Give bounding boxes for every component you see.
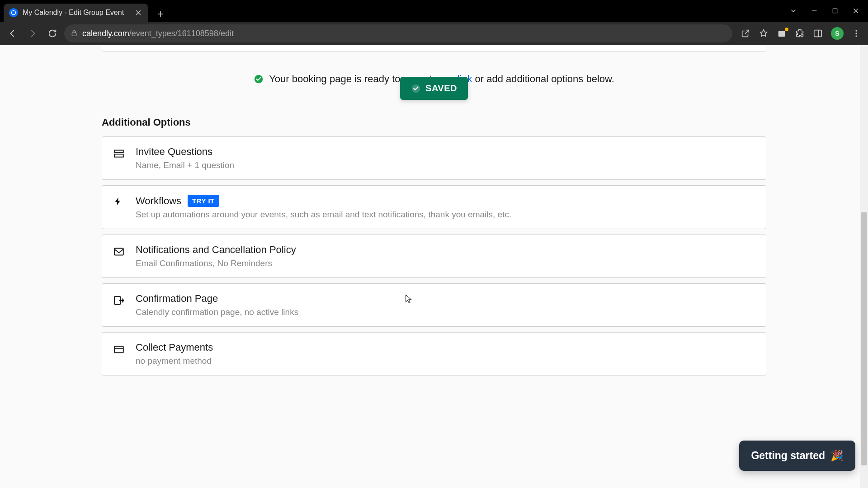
- svg-point-5: [855, 30, 857, 32]
- help-label: Getting started: [751, 450, 825, 462]
- window-close-icon[interactable]: [852, 7, 860, 15]
- forward-button[interactable]: [24, 25, 41, 42]
- svg-rect-2: [72, 33, 76, 36]
- window-minimize-icon[interactable]: [810, 7, 818, 15]
- option-title: Invitee Questions: [136, 146, 212, 158]
- profile-avatar[interactable]: S: [831, 27, 844, 40]
- window-controls: [789, 0, 868, 22]
- vertical-scrollbar[interactable]: [860, 45, 868, 488]
- toast-label: SAVED: [425, 83, 457, 94]
- url-text: calendly.com/event_types/161108598/edit: [82, 29, 234, 38]
- getting-started-button[interactable]: Getting started 🎉: [739, 441, 855, 471]
- try-it-badge[interactable]: TRY IT: [188, 195, 219, 207]
- svg-point-6: [855, 33, 857, 34]
- tab-close-icon[interactable]: [135, 9, 142, 16]
- party-popper-icon: 🎉: [830, 450, 844, 462]
- option-notifications[interactable]: Notifications and Cancellation Policy Em…: [102, 235, 766, 278]
- svg-rect-1: [833, 9, 837, 13]
- option-invitee-questions[interactable]: Invitee Questions Name, Email + 1 questi…: [102, 136, 766, 180]
- mail-icon: [113, 246, 125, 268]
- option-confirmation-page[interactable]: Confirmation Page Calendly confirmation …: [102, 283, 766, 327]
- browser-titlebar: My Calendly - Edit Group Event: [0, 0, 868, 22]
- reload-button[interactable]: [44, 25, 61, 42]
- share-icon[interactable]: [741, 28, 750, 38]
- bookmark-icon[interactable]: [759, 28, 769, 38]
- scrollbar-thumb[interactable]: [861, 212, 867, 465]
- option-subtitle: Email Confirmations, No Reminders: [136, 258, 755, 268]
- svg-rect-9: [114, 150, 123, 152]
- option-workflows[interactable]: Workflows TRY IT Set up automations arou…: [102, 185, 766, 229]
- tab-search-icon[interactable]: [789, 7, 797, 15]
- svg-rect-13: [114, 347, 123, 353]
- browser-toolbar: calendly.com/event_types/161108598/edit …: [0, 22, 868, 45]
- option-title: Confirmation Page: [136, 293, 218, 305]
- credit-card-icon: [113, 343, 125, 366]
- extensions-badge-icon[interactable]: [777, 28, 787, 38]
- svg-rect-11: [114, 248, 123, 255]
- svg-rect-3: [778, 31, 785, 37]
- option-subtitle: Set up automations around your events, s…: [136, 210, 755, 220]
- window-maximize-icon[interactable]: [831, 7, 839, 15]
- bolt-icon: [113, 197, 125, 220]
- option-subtitle: Name, Email + 1 question: [136, 160, 755, 170]
- previous-card-bottom: [102, 45, 766, 52]
- sidepanel-icon[interactable]: [813, 28, 823, 38]
- option-title: Notifications and Cancellation Policy: [136, 244, 296, 256]
- lock-icon: [71, 30, 78, 37]
- toolbar-right: S: [736, 27, 863, 40]
- check-circle-icon: [254, 74, 264, 84]
- extensions-icon[interactable]: [795, 28, 805, 38]
- option-subtitle: no payment method: [136, 356, 755, 366]
- svg-rect-10: [114, 154, 123, 157]
- ready-suffix: or add additional options below.: [472, 73, 614, 84]
- option-collect-payments[interactable]: Collect Payments no payment method: [102, 332, 766, 375]
- saved-toast: SAVED: [400, 77, 468, 100]
- page-viewport: Your booking page is ready to accept you…: [0, 45, 868, 488]
- svg-rect-4: [814, 30, 822, 37]
- new-tab-button[interactable]: [153, 6, 168, 22]
- back-button[interactable]: [5, 25, 21, 42]
- stack-icon: [113, 148, 125, 170]
- option-title: Collect Payments: [136, 342, 213, 353]
- svg-point-7: [855, 35, 857, 37]
- tab-favicon: [9, 8, 18, 17]
- browser-tab[interactable]: My Calendly - Edit Group Event: [4, 4, 148, 22]
- svg-point-0: [12, 11, 16, 15]
- kebab-menu-icon[interactable]: [852, 29, 861, 38]
- section-title: Additional Options: [102, 117, 766, 128]
- tab-title: My Calendly - Edit Group Event: [23, 9, 130, 17]
- exit-icon: [113, 295, 125, 317]
- address-bar[interactable]: calendly.com/event_types/161108598/edit: [64, 24, 732, 42]
- option-title: Workflows: [136, 195, 181, 207]
- option-subtitle: Calendly confirmation page, no active li…: [136, 307, 755, 317]
